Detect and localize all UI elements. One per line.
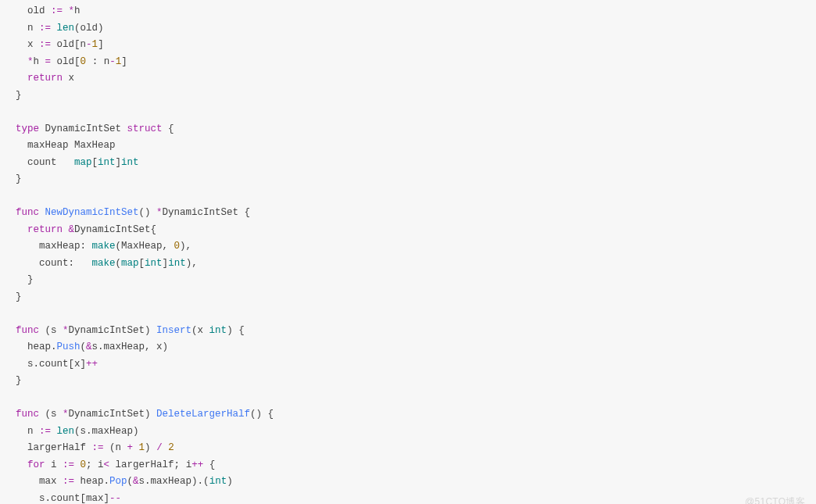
tok: len [57, 23, 75, 34]
tok: = [45, 56, 52, 67]
tok: { [203, 459, 215, 470]
tok: } [16, 173, 22, 184]
tok: ] [163, 258, 169, 269]
tok: () [139, 207, 157, 218]
tok: largerHalf [27, 442, 86, 453]
tok: func [16, 207, 39, 218]
tok: ] [121, 56, 127, 67]
tok: return [27, 73, 63, 84]
watermark-text: @51CTO博客 [745, 494, 805, 505]
tok: - [86, 39, 92, 50]
tok: DynamicIntSet{ [74, 224, 156, 235]
tok: map [74, 157, 92, 168]
tok: * [63, 325, 69, 336]
tok: (s [39, 409, 63, 420]
tok: old[n [57, 39, 87, 50]
tok: } [16, 90, 22, 101]
tok: old [27, 5, 45, 16]
tok [133, 442, 139, 453]
tok: func [16, 409, 39, 420]
tok: * [156, 207, 163, 218]
tok: count: [39, 258, 92, 269]
tok: * [27, 56, 34, 67]
tok: return [27, 224, 63, 235]
tok: [ [92, 157, 98, 168]
tok: 0 [81, 56, 87, 67]
tok: ( [116, 258, 122, 269]
tok: maxHeap MaxHeap [27, 140, 116, 151]
tok: DeleteLargerHalf [156, 409, 250, 420]
tok: [ [139, 258, 145, 269]
tok: ] [116, 157, 122, 168]
tok: - [109, 56, 116, 67]
tok: len [57, 426, 75, 437]
tok: (MaxHeap, [116, 241, 174, 252]
tok: } [16, 375, 22, 386]
tok: largerHalf; i [109, 459, 191, 470]
tok: -- [109, 493, 121, 504]
tok: 0 [81, 459, 87, 470]
tok: int [121, 157, 139, 168]
tok: (s.maxHeap) [74, 426, 139, 437]
tok: DynamicIntSet [39, 123, 127, 134]
tok: n [27, 23, 34, 34]
tok: int [209, 325, 227, 336]
tok: ( [81, 341, 87, 352]
tok: () { [250, 409, 274, 420]
tok: n [27, 426, 34, 437]
tok: heap. [27, 341, 57, 352]
tok: i [45, 459, 57, 470]
tok: := [34, 426, 57, 437]
tok: int [209, 476, 227, 487]
tok: ( [127, 476, 134, 487]
tok: := [51, 5, 63, 16]
tok: x [63, 73, 74, 84]
tok: 0 [174, 241, 181, 252]
tok: (old) [74, 23, 104, 34]
tok: s.maxHeap, x) [92, 341, 169, 352]
tok: 1 [139, 442, 145, 453]
tok: h [34, 56, 40, 67]
tok: ++ [86, 359, 98, 370]
tok: s.count[x] [27, 359, 86, 370]
tok: int [145, 258, 163, 269]
tok: ; i [86, 459, 104, 470]
tok: := [57, 476, 81, 487]
tok: (s [39, 325, 63, 336]
tok: int [98, 157, 116, 168]
tok: & [133, 476, 139, 487]
tok: := [86, 442, 109, 453]
tok: maxHeap: [39, 241, 92, 252]
tok: ] [98, 39, 104, 50]
tok: ) { [227, 325, 245, 336]
tok: int [168, 258, 186, 269]
tok: := [57, 459, 81, 470]
tok: x [27, 39, 34, 50]
tok: := [39, 23, 51, 34]
tok: < [104, 459, 110, 470]
tok: 2 [168, 442, 174, 453]
tok: & [86, 341, 92, 352]
tok: max [39, 476, 57, 487]
tok: := [39, 39, 51, 50]
tok: Insert [156, 325, 191, 336]
tok: NewDynamicIntSet [45, 207, 139, 218]
tok: h [74, 5, 81, 16]
tok: Push [57, 341, 81, 352]
tok: s.maxHeap).( [139, 476, 209, 487]
tok: ), [180, 241, 191, 252]
tok: struct [127, 123, 163, 134]
tok: s.count[max] [39, 493, 109, 504]
tok: { [163, 123, 174, 134]
tok: (x [191, 325, 209, 336]
tok: / [156, 442, 163, 453]
tok: DynamicIntSet) [69, 409, 157, 420]
tok: * [63, 409, 69, 420]
tok: ++ [191, 459, 203, 470]
tok: make [92, 258, 116, 269]
tok: * [69, 5, 75, 16]
tok: DynamicIntSet { [163, 207, 251, 218]
tok: ), [186, 258, 198, 269]
tok: Pop [109, 476, 127, 487]
tok: (n [109, 442, 127, 453]
